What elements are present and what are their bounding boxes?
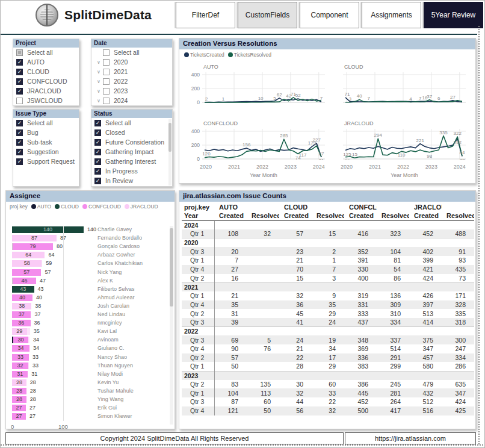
assignee-bar[interactable]: 58 bbox=[12, 260, 42, 267]
chart-auto[interactable]: AUTO2110562427152187 bbox=[202, 64, 325, 104]
assignee-bar[interactable]: 87 bbox=[12, 235, 57, 241]
slicer-item-jswcloud[interactable]: JSWCLOUD bbox=[13, 96, 79, 105]
assignee-bar-row[interactable]: 2935Kavi Lal bbox=[6, 328, 175, 336]
assignee-bar[interactable]: 43 bbox=[12, 286, 34, 293]
slicer-item-support-request[interactable]: ✓Support Request bbox=[13, 157, 79, 166]
table-row-year[interactable]: 2021 bbox=[182, 282, 474, 291]
checkbox[interactable] bbox=[16, 98, 23, 104]
table-row-quarter[interactable]: Qtr 1502829383299580286 bbox=[182, 362, 474, 371]
table-row-quarter[interactable]: Qtr 42770733054421435 bbox=[182, 265, 474, 274]
assignee-bar-row[interactable]: 6464Arbaaz Gowher bbox=[6, 251, 175, 260]
table-row-year[interactable]: 2023 bbox=[182, 371, 474, 380]
table-row-quarter[interactable]: Qtr 36952419348337375300 bbox=[182, 335, 474, 344]
assignee-bar[interactable]: 34 bbox=[12, 345, 29, 352]
assignee-bar-row[interactable]: 3131Nilay Modi bbox=[6, 370, 175, 379]
status-scrollbar-thumb[interactable] bbox=[168, 123, 171, 152]
chevron-down-icon[interactable]: ∨ bbox=[94, 89, 103, 94]
assignee-bar[interactable]: 57 bbox=[12, 269, 41, 276]
assignee-bar-row[interactable]: 5859Carlos Khatchikian bbox=[6, 260, 175, 268]
assignee-bar[interactable]: 28 bbox=[12, 379, 26, 386]
checkbox[interactable]: ✓ bbox=[94, 129, 101, 136]
assignee-bar[interactable]: 79 bbox=[12, 243, 53, 250]
assignee-bar[interactable]: 40 bbox=[12, 294, 32, 301]
assignee-bar-row[interactable]: 3333Nancy Shao bbox=[6, 353, 175, 362]
checkbox[interactable] bbox=[103, 59, 110, 66]
assignee-bar-row[interactable]: 2828Tushar Mahule bbox=[6, 387, 175, 396]
assignee-bar-row[interactable]: 3737Ned Lindau bbox=[6, 311, 175, 319]
table-row-quarter[interactable]: Qtr 4353635331309397328 bbox=[182, 300, 474, 310]
assignee-scrollbar-thumb[interactable] bbox=[170, 228, 173, 306]
assignee-bar-row[interactable]: 2828Ying Wang bbox=[6, 396, 175, 404]
slicer-item-2023[interactable]: ∨2023 bbox=[91, 86, 172, 96]
tab-assignments[interactable]: Assignments bbox=[362, 2, 421, 28]
assignee-bar[interactable]: 28 bbox=[12, 388, 26, 394]
assignee-bar[interactable]: 37 bbox=[12, 311, 31, 318]
tab-filterdef[interactable]: FilterDef bbox=[176, 2, 235, 28]
slicer-item-in-review[interactable]: ✓In Review bbox=[91, 176, 172, 185]
table-row-year[interactable]: 2022 bbox=[182, 327, 474, 336]
assignee-bar-row[interactable]: 7980Gonçalo Cardoso bbox=[6, 243, 175, 251]
checkbox[interactable] bbox=[103, 98, 110, 104]
checkbox[interactable] bbox=[103, 49, 110, 56]
slicer-item-closed[interactable]: ✓Closed bbox=[91, 128, 172, 137]
chart-jracloud[interactable]: JRACLOUD1252915294110221983353222923844 bbox=[343, 120, 466, 160]
assignee-bar[interactable]: 30 bbox=[12, 337, 29, 343]
assignee-bar-row[interactable]: 2727Simon Kliewer bbox=[6, 412, 175, 421]
table-row-quarter[interactable]: Qtr 2314529333310513335 bbox=[182, 309, 474, 318]
checkbox[interactable]: ✓ bbox=[94, 139, 101, 146]
assignee-scrollbar[interactable] bbox=[170, 226, 173, 425]
checkbox[interactable]: ✓ bbox=[94, 149, 101, 155]
assignee-bar-row[interactable]: 3434Giuliano C. bbox=[6, 344, 175, 353]
checkbox[interactable]: ✓ bbox=[16, 59, 23, 66]
chevron-down-icon[interactable]: ∨ bbox=[94, 69, 103, 75]
assignee-bar[interactable]: 27 bbox=[12, 405, 26, 411]
assignee-bar-row[interactable]: 2727Erik Gui bbox=[6, 404, 175, 412]
chart-confcloud[interactable]: CONFCLOUD12016156285741171792272731 bbox=[202, 120, 325, 160]
table-row-quarter[interactable]: Qtr 121329319136426171 bbox=[182, 291, 474, 300]
assignee-bar[interactable]: 46 bbox=[12, 278, 36, 284]
slicer-item-select-all[interactable]: ✓Select all bbox=[91, 118, 172, 128]
assignee-bar-row[interactable]: 3636nmcginley bbox=[6, 319, 175, 328]
slicer-item-gathering-impact[interactable]: ✓Gathering Impact bbox=[91, 147, 172, 157]
tab-5year-review[interactable]: 5Year Review bbox=[424, 2, 483, 28]
table-row-quarter[interactable]: Qtr 3394124437334414318 bbox=[182, 318, 474, 327]
checkbox[interactable] bbox=[103, 88, 110, 95]
checkbox[interactable]: ✓ bbox=[94, 178, 101, 184]
checkbox[interactable]: ✓ bbox=[16, 139, 23, 146]
slicer-item-future-consideration[interactable]: ✓Future Consideration bbox=[91, 137, 172, 147]
assignee-bar-row[interactable]: 140140Charlie Gavey bbox=[6, 226, 175, 234]
assignee-bar[interactable]: 27 bbox=[12, 413, 26, 420]
table-row-quarter[interactable]: Qtr 172113918139993 bbox=[182, 256, 474, 265]
assignee-bar[interactable]: 33 bbox=[12, 354, 29, 361]
slicer-item-select-all[interactable]: ✓Select all bbox=[13, 118, 79, 128]
table-row-quarter[interactable]: Qtr 1108325715416323452488 bbox=[182, 229, 474, 238]
table-row-quarter[interactable]: Qtr 4121505632500417516425 bbox=[182, 406, 474, 415]
slicer-item-confcloud[interactable]: ✓CONFCLOUD bbox=[13, 76, 79, 86]
assignee-bar[interactable]: 64 bbox=[12, 252, 45, 258]
slicer-item-sub-task[interactable]: ✓Sub-task bbox=[13, 137, 79, 147]
chevron-down-icon[interactable]: ∨ bbox=[94, 79, 103, 84]
slicer-item-gathering-interest[interactable]: ✓Gathering Interest bbox=[91, 157, 172, 166]
table-row-year[interactable]: 2024 bbox=[182, 220, 474, 229]
checkbox[interactable]: ✓ bbox=[94, 158, 101, 165]
slicer-item-2024[interactable]: ∨2024 bbox=[91, 96, 172, 105]
slicer-item-select-all[interactable]: Select all bbox=[13, 48, 79, 57]
slicer-item-in-progress[interactable]: ✓In Progress bbox=[91, 166, 172, 176]
assignee-bar[interactable]: 28 bbox=[12, 396, 26, 403]
checkbox[interactable]: ✓ bbox=[16, 129, 23, 136]
checkbox[interactable]: ✓ bbox=[94, 168, 101, 175]
table-row-quarter[interactable]: Qtr 490762134369514347247 bbox=[182, 344, 474, 353]
slicer-item-suggestion[interactable]: ✓Suggestion bbox=[13, 147, 79, 157]
footer-url[interactable]: https://jira.atlassian.com bbox=[345, 432, 476, 444]
checkbox[interactable] bbox=[16, 49, 23, 56]
assignee-bar-row[interactable]: 5757Nick Yang bbox=[6, 269, 175, 277]
checkbox[interactable] bbox=[103, 78, 110, 85]
table-row-quarter[interactable]: Qtr 2831353060386245479635 bbox=[182, 380, 474, 389]
assignee-bar-row[interactable]: 3034Avinoam bbox=[6, 336, 175, 344]
table-row-quarter[interactable]: Qtr 2161534008642473 bbox=[182, 274, 474, 283]
assignee-bar[interactable]: 38 bbox=[12, 303, 31, 310]
table-row-quarter[interactable]: Qtr 2572217336291457334 bbox=[182, 353, 474, 362]
checkbox[interactable]: ✓ bbox=[16, 69, 23, 75]
tab-component[interactable]: Component bbox=[300, 2, 359, 28]
checkbox[interactable]: ✓ bbox=[16, 78, 23, 85]
